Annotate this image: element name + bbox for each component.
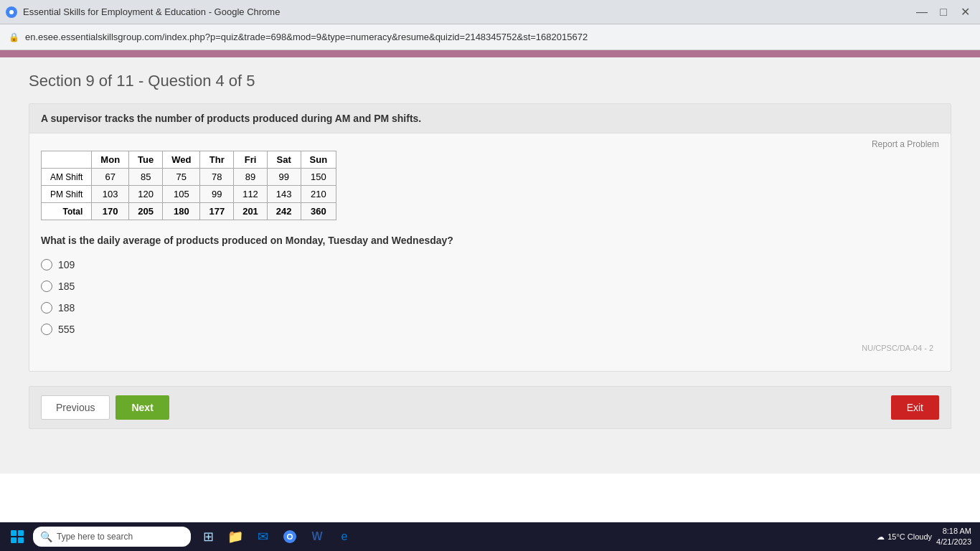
total-tue: 205 (129, 203, 163, 220)
table-header-mon: Mon (92, 151, 129, 169)
table-header-tue: Tue (129, 151, 163, 169)
option-185: 185 (41, 279, 939, 293)
question-intro: A supervisor tracks the number of produc… (29, 104, 951, 133)
navigation-bar: Previous Next Exit (29, 386, 951, 429)
previous-button[interactable]: Previous (41, 395, 110, 420)
radio-109[interactable] (41, 259, 52, 270)
minimize-button[interactable]: — (913, 3, 931, 22)
data-table: Mon Tue Wed Thr Fri Sat Sun AM Shift 67 (41, 151, 336, 220)
title-bar-left: Essential Skills for Employment & Educat… (6, 6, 280, 18)
section-title: Section 9 of 11 - Question 4 of 5 (29, 72, 951, 90)
question-id: NU/CPSC/DA-04 - 2 (41, 344, 939, 352)
am-shift-label: AM Shift (42, 169, 92, 186)
pm-tue: 120 (129, 186, 163, 203)
chrome-icon (6, 6, 17, 18)
total-wed: 180 (163, 203, 200, 220)
table-header-thr: Thr (200, 151, 234, 169)
pm-thr: 99 (200, 186, 234, 203)
total-label: Total (42, 203, 92, 220)
am-fri: 89 (234, 169, 268, 186)
pm-shift-label: PM Shift (42, 186, 92, 203)
pm-wed: 105 (163, 186, 200, 203)
main-content: Section 9 of 11 - Question 4 of 5 A supe… (0, 57, 980, 474)
radio-185[interactable] (41, 281, 52, 292)
table-row-total: Total 170 205 180 177 201 242 360 (42, 203, 336, 220)
total-mon: 170 (92, 203, 129, 220)
table-header-sat: Sat (267, 151, 301, 169)
option-109: 109 (41, 258, 939, 272)
label-185[interactable]: 185 (58, 281, 75, 292)
option-555: 555 (41, 322, 939, 336)
site-header-bar (0, 50, 980, 57)
browser-title: Essential Skills for Employment & Educat… (23, 6, 280, 17)
total-sun: 360 (301, 203, 336, 220)
am-tue: 85 (129, 169, 163, 186)
pm-fri: 112 (234, 186, 268, 203)
table-header-fri: Fri (234, 151, 268, 169)
total-fri: 201 (234, 203, 268, 220)
exit-button[interactable]: Exit (891, 395, 939, 420)
table-row-am: AM Shift 67 85 75 78 89 99 150 (42, 169, 336, 186)
table-row-pm: PM Shift 103 120 105 99 112 143 210 (42, 186, 336, 203)
pm-sat: 143 (267, 186, 301, 203)
question-container: A supervisor tracks the number of produc… (29, 103, 951, 372)
table-header-wed: Wed (163, 151, 200, 169)
address-bar: 🔒 en.esee.essentialskillsgroup.com/index… (0, 24, 980, 50)
am-wed: 75 (163, 169, 200, 186)
total-thr: 177 (200, 203, 234, 220)
url-display[interactable]: en.esee.essentialskillsgroup.com/index.p… (25, 32, 971, 42)
am-sat: 99 (267, 169, 301, 186)
total-sat: 242 (267, 203, 301, 220)
next-button[interactable]: Next (116, 395, 169, 420)
label-109[interactable]: 109 (58, 259, 75, 270)
radio-555[interactable] (41, 324, 52, 335)
table-header-sun: Sun (301, 151, 336, 169)
am-thr: 78 (200, 169, 234, 186)
maximize-button[interactable]: □ (934, 3, 953, 22)
question-text: What is the daily average of products pr… (41, 235, 939, 246)
table-header-row: Mon Tue Wed Thr Fri Sat Sun (42, 151, 336, 169)
label-188[interactable]: 188 (58, 302, 75, 314)
question-body: Report a Problem Mon Tue Wed Thr Fri Sat (29, 133, 951, 364)
svg-point-1 (9, 10, 14, 14)
data-table-wrapper: Mon Tue Wed Thr Fri Sat Sun AM Shift 67 (41, 151, 939, 220)
label-555[interactable]: 555 (58, 324, 75, 335)
am-sun: 150 (301, 169, 336, 186)
table-header-empty (42, 151, 92, 169)
close-button[interactable]: ✕ (956, 3, 974, 22)
lock-icon: 🔒 (9, 32, 19, 42)
window-controls: — □ ✕ (913, 3, 974, 22)
option-188: 188 (41, 301, 939, 315)
pm-mon: 103 (92, 186, 129, 203)
title-bar: Essential Skills for Employment & Educat… (0, 0, 980, 24)
am-mon: 67 (92, 169, 129, 186)
radio-188[interactable] (41, 302, 52, 314)
pm-sun: 210 (301, 186, 336, 203)
report-problem-link[interactable]: Report a Problem (872, 139, 939, 149)
